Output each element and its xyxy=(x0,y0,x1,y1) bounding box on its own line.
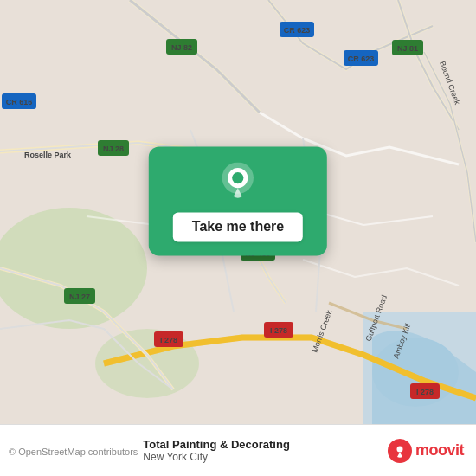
svg-text:NJ 81: NJ 81 xyxy=(397,44,418,53)
svg-text:I 278: I 278 xyxy=(270,326,287,335)
svg-point-34 xyxy=(232,172,243,183)
svg-text:CR 616: CR 616 xyxy=(6,98,33,106)
business-name: Total Painting & Decorating xyxy=(143,438,290,451)
take-me-there-button[interactable]: Take me there xyxy=(173,212,303,241)
location-card: Take me there xyxy=(149,146,327,255)
osm-attribution: © OpenStreetMap contributors xyxy=(9,447,138,457)
map-container: NJ 82 CR 623 CR 623 NJ 81 CR 616 NJ 28 N… xyxy=(0,0,476,424)
svg-text:I 278: I 278 xyxy=(416,388,434,396)
moovit-icon xyxy=(388,439,412,463)
moovit-text: moovit xyxy=(415,441,464,460)
svg-text:I 278: I 278 xyxy=(160,336,177,344)
svg-text:NJ 82: NJ 82 xyxy=(171,43,192,52)
svg-text:Roselle Park: Roselle Park xyxy=(24,151,72,159)
bottom-bar: © OpenStreetMap contributors Total Paint… xyxy=(0,424,476,476)
moovit-logo[interactable]: moovit xyxy=(388,439,464,463)
business-location: New York City xyxy=(143,451,208,463)
svg-text:NJ 28: NJ 28 xyxy=(103,145,124,153)
svg-text:NJ 27: NJ 27 xyxy=(69,293,90,301)
business-info: Total Painting & Decorating New York Cit… xyxy=(143,438,388,463)
attribution-wrap: © OpenStreetMap contributors xyxy=(9,443,138,459)
svg-text:CR 623: CR 623 xyxy=(284,26,311,35)
svg-point-36 xyxy=(396,446,402,452)
location-pin-icon xyxy=(217,162,259,203)
svg-text:CR 623: CR 623 xyxy=(348,55,375,63)
